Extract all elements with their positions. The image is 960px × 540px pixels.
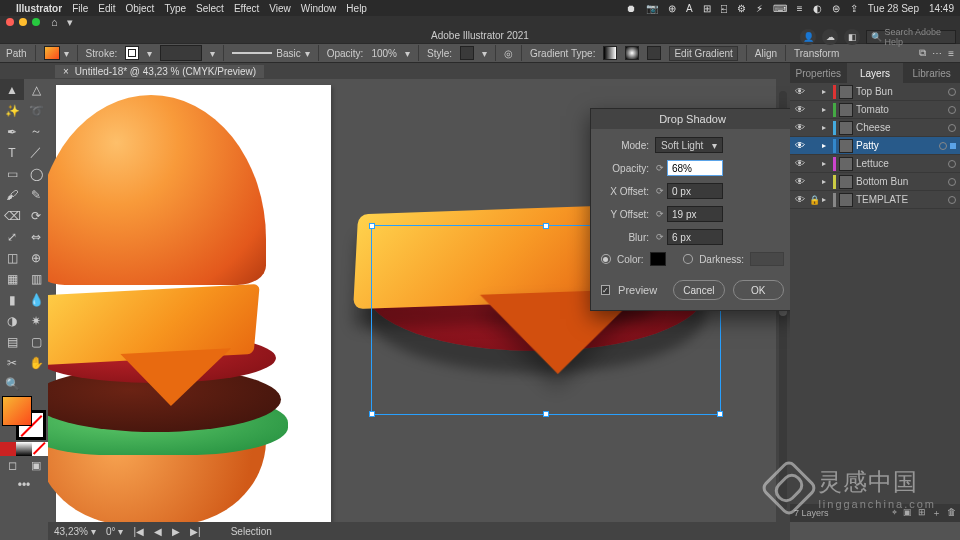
visibility-toggle[interactable]: 👁 bbox=[794, 140, 806, 151]
status-icon[interactable]: ⊞ bbox=[703, 3, 711, 14]
recolor-icon[interactable]: ◎ bbox=[504, 48, 513, 59]
app-menu-illustrator[interactable]: Illustrator bbox=[16, 3, 62, 14]
layer-name[interactable]: Tomato bbox=[856, 104, 945, 115]
layer-name[interactable]: Cheese bbox=[856, 122, 945, 133]
target-icon[interactable] bbox=[939, 142, 947, 150]
artboard-nav-next[interactable]: ▶ bbox=[172, 526, 180, 537]
disclosure-icon[interactable]: ▸ bbox=[822, 177, 830, 186]
disclosure-icon[interactable]: ▸ bbox=[822, 159, 830, 168]
perspective-tool[interactable]: ▦ bbox=[0, 268, 24, 289]
cancel-button[interactable]: Cancel bbox=[673, 280, 724, 300]
edit-gradient-button[interactable]: Edit Gradient bbox=[669, 46, 737, 61]
menu-object[interactable]: Object bbox=[125, 3, 154, 14]
status-icon[interactable]: ◐ bbox=[813, 3, 822, 14]
link-icon[interactable]: ⟳ bbox=[655, 184, 665, 198]
column-graph-tool[interactable]: ▤ bbox=[0, 331, 24, 352]
disclosure-icon[interactable]: ▸ bbox=[822, 123, 830, 132]
opacity-input[interactable]: 68% bbox=[667, 160, 723, 176]
search-help-input[interactable]: 🔍 Search Adobe Help bbox=[866, 30, 956, 44]
color-mode-gradient[interactable] bbox=[16, 442, 32, 456]
layer-row[interactable]: 👁▸Cheese bbox=[790, 119, 960, 137]
menu-window[interactable]: Window bbox=[301, 3, 337, 14]
layer-name[interactable]: Bottom Bun bbox=[856, 176, 945, 187]
color-mode-none[interactable] bbox=[32, 442, 48, 456]
line-tool[interactable]: ／ bbox=[24, 142, 48, 163]
fill-swatch[interactable]: ▾ bbox=[44, 46, 69, 60]
visibility-toggle[interactable]: 👁 bbox=[794, 176, 806, 187]
status-icon[interactable]: ⏺ bbox=[626, 3, 636, 14]
mesh-tool[interactable]: ▥ bbox=[24, 268, 48, 289]
shadow-color-swatch[interactable] bbox=[650, 252, 666, 266]
artboard-nav-last[interactable]: ▶| bbox=[190, 526, 201, 537]
link-icon[interactable]: ⟳ bbox=[655, 161, 665, 175]
darkness-radio[interactable] bbox=[683, 254, 693, 264]
menu-effect[interactable]: Effect bbox=[234, 3, 259, 14]
status-control-center-icon[interactable]: ⇪ bbox=[850, 3, 858, 14]
zoom-level[interactable]: 43,23% ▾ bbox=[54, 526, 96, 537]
user-avatar[interactable]: 👤 bbox=[800, 29, 816, 45]
panel-menu-icon[interactable]: ≡ bbox=[948, 48, 954, 59]
gradient-tool[interactable]: ▮ bbox=[0, 289, 24, 310]
width-tool[interactable]: ⇔ bbox=[24, 226, 48, 247]
status-icon[interactable]: A bbox=[686, 3, 693, 14]
menu-edit[interactable]: Edit bbox=[98, 3, 115, 14]
rotate-tool[interactable]: ⟳ bbox=[24, 205, 48, 226]
paintbrush-tool[interactable]: 🖌 bbox=[0, 184, 24, 205]
pen-tool[interactable]: ✒ bbox=[0, 121, 24, 142]
symbol-sprayer-tool[interactable]: ✷ bbox=[24, 310, 48, 331]
brush-definition[interactable]: Basic▾ bbox=[232, 48, 309, 59]
xoffset-input[interactable]: 0 px bbox=[667, 183, 723, 199]
layer-row[interactable]: 👁▸Tomato bbox=[790, 101, 960, 119]
free-transform-tool[interactable]: ◫ bbox=[0, 247, 24, 268]
shape-builder-tool[interactable]: ⊕ bbox=[24, 247, 48, 268]
status-battery-icon[interactable]: ⚡︎ bbox=[756, 3, 763, 14]
color-mode-color[interactable] bbox=[0, 442, 16, 456]
tab-libraries[interactable]: Libraries bbox=[903, 63, 960, 83]
tab-properties[interactable]: Properties bbox=[790, 63, 847, 83]
target-icon[interactable] bbox=[948, 88, 956, 96]
resize-handle[interactable] bbox=[369, 411, 375, 417]
resize-handle[interactable] bbox=[543, 411, 549, 417]
menubar-time[interactable]: 14:49 bbox=[929, 3, 954, 14]
align-label[interactable]: Align bbox=[755, 48, 777, 59]
target-icon[interactable] bbox=[948, 124, 956, 132]
fill-color[interactable] bbox=[2, 396, 32, 426]
stroke-weight-input[interactable] bbox=[160, 45, 202, 61]
status-icon[interactable]: ⍇ bbox=[721, 3, 727, 14]
link-icon[interactable]: ⟳ bbox=[655, 230, 665, 244]
menu-view[interactable]: View bbox=[269, 3, 291, 14]
curvature-tool[interactable]: ～ bbox=[24, 121, 48, 142]
layer-row[interactable]: 👁▸Patty bbox=[790, 137, 960, 155]
menu-file[interactable]: File bbox=[72, 3, 88, 14]
visibility-toggle[interactable]: 👁 bbox=[794, 104, 806, 115]
hand-tool[interactable]: ✋ bbox=[24, 352, 48, 373]
pencil-tool[interactable]: ✎ bbox=[24, 184, 48, 205]
selection-tool[interactable]: ▲ bbox=[0, 79, 24, 100]
document-tab[interactable]: × Untitled-18* @ 43,23 % (CMYK/Preview) bbox=[55, 65, 264, 78]
menubar-date[interactable]: Tue 28 Sep bbox=[868, 3, 919, 14]
gradient-freeform[interactable] bbox=[647, 46, 661, 60]
yoffset-input[interactable]: 19 px bbox=[667, 206, 723, 222]
resize-handle[interactable] bbox=[369, 223, 375, 229]
visibility-toggle[interactable]: 👁 bbox=[794, 194, 806, 205]
chevron-down-icon[interactable]: ▾ bbox=[67, 16, 73, 29]
type-tool[interactable]: T bbox=[0, 142, 24, 163]
ellipse-tool[interactable]: ◯ bbox=[24, 163, 48, 184]
layer-row[interactable]: 👁▸Lettuce bbox=[790, 155, 960, 173]
layer-row[interactable]: 👁▸Top Bun bbox=[790, 83, 960, 101]
disclosure-icon[interactable]: ▸ bbox=[822, 87, 830, 96]
slice-tool[interactable]: ✂ bbox=[0, 352, 24, 373]
blur-input[interactable]: 6 px bbox=[667, 229, 723, 245]
status-wifi-icon[interactable]: ≡ bbox=[797, 3, 803, 14]
lock-toggle[interactable]: 🔒 bbox=[809, 195, 819, 205]
rotate-view[interactable]: 0° ▾ bbox=[106, 526, 124, 537]
graphic-style[interactable] bbox=[460, 46, 474, 60]
tab-close-icon[interactable]: × bbox=[63, 66, 69, 77]
magic-wand-tool[interactable]: ✨ bbox=[0, 100, 24, 121]
disclosure-icon[interactable]: ▸ bbox=[822, 141, 830, 150]
resize-handle[interactable] bbox=[543, 223, 549, 229]
resize-handle[interactable] bbox=[717, 411, 723, 417]
layer-name[interactable]: Lettuce bbox=[856, 158, 945, 169]
artboard-nav-first[interactable]: |◀ bbox=[133, 526, 144, 537]
status-search-icon[interactable]: ⊜ bbox=[832, 3, 840, 14]
